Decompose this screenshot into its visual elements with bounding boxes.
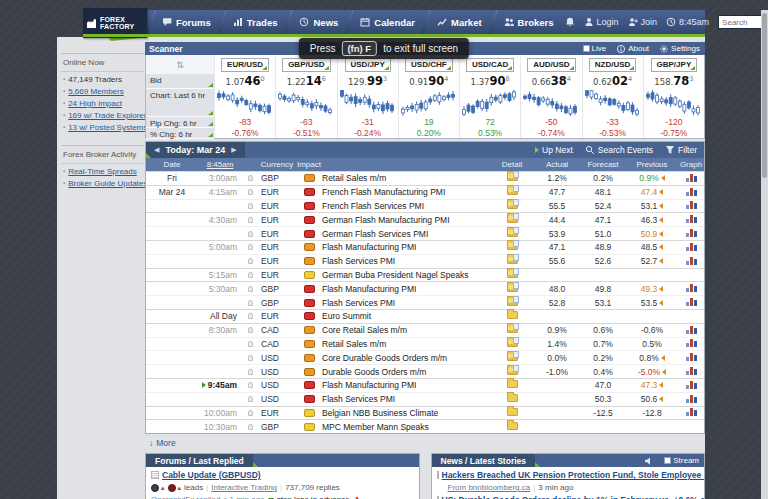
stream-checkbox[interactable] [664,457,671,464]
stream-toggle[interactable]: Stream [664,456,699,465]
calendar-event-row[interactable]: 5:15am EUR German Buba President Nagel S… [146,268,704,282]
more-link[interactable]: ↓ More [145,437,705,448]
tab-news[interactable]: News [288,10,349,34]
search-events-button[interactable]: Search Events [585,145,653,155]
impact-icon[interactable] [304,285,315,293]
pair-sparkline-chart[interactable] [583,89,643,117]
pair-name[interactable]: EUR/USD [221,58,269,72]
tab-brokers[interactable]: Brokers [493,10,565,34]
pair-sparkline-chart[interactable] [521,89,581,117]
calendar-event-row[interactable]: Mar 24 4:15am EUR French Flash Manufactu… [146,185,704,199]
impact-icon[interactable] [304,326,315,334]
tab-calendar[interactable]: Calendar [349,10,426,34]
calendar-event-row[interactable]: 9:45am USD Flash Manufacturing PMI 47.0 … [146,378,704,392]
about-button[interactable]: About [616,44,649,54]
impact-icon[interactable] [304,202,315,210]
sidebar-item[interactable]: ▪5,669 Members [63,87,144,96]
row-label-pct-chg[interactable]: % Chg: 6 hr [146,128,214,139]
next-day-arrow-icon[interactable]: ▶ [231,146,236,154]
settings-button[interactable]: Settings [659,44,700,54]
calendar-event-row[interactable]: 10:00am EUR Belgian NBB Business Climate… [146,406,704,420]
prev-day-arrow-icon[interactable]: ◀ [154,146,159,154]
impact-icon[interactable] [304,230,315,238]
forum-link[interactable]: Interactive Trading [211,483,277,492]
impact-icon[interactable] [304,174,315,182]
impact-icon[interactable] [304,216,315,224]
col-time[interactable]: 8:45am [198,160,242,169]
calendar-event-row[interactable]: All Day EUR Euro Summit [146,309,704,323]
calendar-event-row[interactable]: 5:00am EUR Flash Manufacturing PMI 47.1 … [146,240,704,254]
news-headline-link[interactable]: US: Durable Goods Orders decline by 1% i… [442,495,706,499]
calendar-event-row[interactable]: 8:30am CAD Core Retail Sales m/m 0.9% 0.… [146,323,704,337]
pair-sparkline-chart[interactable] [215,89,275,117]
calendar-event-row[interactable]: 4:30am EUR German Flash Manufacturing PM… [146,212,704,226]
impact-icon[interactable] [304,257,315,265]
pair-name[interactable]: NZD/USD [589,58,637,72]
avatar[interactable] [168,484,176,492]
pair-name[interactable]: GBP/USD [282,58,330,72]
pair-name[interactable]: AUD/USD [527,58,575,72]
join-button[interactable]: Join [628,17,658,27]
calendar-event-row[interactable]: EUR German Flash Services PMI 53.9 51.0 … [146,226,704,240]
sidebar-item[interactable]: ▪Real-Time Spreads [63,167,144,176]
pair-sparkline-chart[interactable] [276,89,336,117]
calendar-event-row[interactable]: USD Flash Services PMI 50.3 50.6 [146,392,704,406]
calendar-event-row[interactable]: GBP Flash Services PMI 52.8 53.1 53.5 [146,295,704,309]
calendar-event-row[interactable]: 5:30am GBP Flash Manufacturing PMI 48.0 … [146,281,704,295]
calendar-event-row[interactable]: USD Durable Goods Orders m/m -1.0% 0.4% … [146,364,704,378]
news-headline-link[interactable]: Hackers Breached UK Pension Protection F… [442,470,706,480]
scanner-sort-icon[interactable]: ⇅ [146,55,214,74]
avatar[interactable] [151,484,159,492]
pair-sparkline-chart[interactable] [460,89,520,117]
tab-forums[interactable]: Forums [151,10,222,34]
impact-icon[interactable] [304,395,315,403]
up-next-button[interactable]: Up Next [535,145,573,155]
tab-market[interactable]: Market [426,10,493,34]
page-scrollbar[interactable] [761,10,768,499]
thread-link[interactable]: Cable Update (GBPUSD) [162,470,261,480]
calendar-event-row[interactable]: EUR Flash Services PMI 55.6 52.6 52.7 [146,254,704,268]
impact-icon[interactable] [304,312,315,320]
calendar-event-row[interactable]: USD Core Durable Goods Orders m/m 0.0% 0… [146,350,704,364]
live-checkbox[interactable] [583,45,590,52]
pair-name[interactable]: USD/CHF [405,58,453,72]
login-button[interactable]: Login [584,17,619,27]
calendar-event-row[interactable]: 10:30am GBP MPC Member Mann Speaks [146,419,704,433]
live-toggle[interactable]: Live [583,44,607,53]
today-tab[interactable]: ◀ Today: Mar 24 ▶ [146,142,245,158]
impact-icon[interactable] [304,340,315,348]
impact-icon[interactable] [304,368,315,376]
filter-button[interactable]: Filter [665,145,697,155]
last-reply-link[interactable]: OperaniviFx replied < 1 min ago [151,495,265,499]
impact-icon[interactable] [304,409,315,417]
pair-name[interactable]: USD/JPY [345,58,391,72]
sidebar-item[interactable]: ▪Broker Guide Updates [63,179,144,188]
impact-icon[interactable] [304,271,315,279]
impact-icon[interactable] [304,354,315,362]
calendar-event-row[interactable]: CAD Retail Sales m/m 1.4% 0.7% 0.5% [146,337,704,351]
tab-trades[interactable]: Trades [222,10,289,34]
notifications-bell-icon[interactable] [565,17,575,27]
impact-icon[interactable] [304,299,315,307]
row-label-chart[interactable]: Chart: Last 6 hr [146,89,214,117]
pair-sparkline-chart[interactable] [644,89,704,117]
impact-icon[interactable] [304,188,315,196]
sidebar-item[interactable]: ▪169 w/ Trade Explorers [63,111,144,120]
sidebar-item[interactable]: ▪13 w/ Posted Systems [63,123,144,132]
clock-time[interactable]: 8:45am [666,17,709,27]
impact-icon[interactable] [304,423,315,431]
impact-icon[interactable] [304,243,315,251]
impact-icon[interactable] [304,381,315,389]
calendar-event-row[interactable]: EUR French Flash Services PMI 55.5 52.4 … [146,199,704,213]
row-label-pip-chg[interactable]: Pip Chg: 6 hr [146,117,214,128]
scrollbar-thumb[interactable] [762,13,767,178]
speaker-icon[interactable] [644,456,654,466]
sidebar-item[interactable]: ▪24 High Impact [63,99,144,108]
calendar-event-row[interactable]: Fri 3:00am GBP Retail Sales m/m 1.2% 0.2… [146,171,704,185]
news-source-link[interactable]: From bnnbloomberg.ca [448,483,531,492]
pair-name[interactable]: USD/CAD [466,58,514,72]
pair-sparkline-chart[interactable] [338,89,398,117]
row-label-bid[interactable]: Bid [146,74,214,89]
pair-sparkline-chart[interactable] [399,89,459,117]
pair-name[interactable]: GBP/JPY [651,58,698,72]
